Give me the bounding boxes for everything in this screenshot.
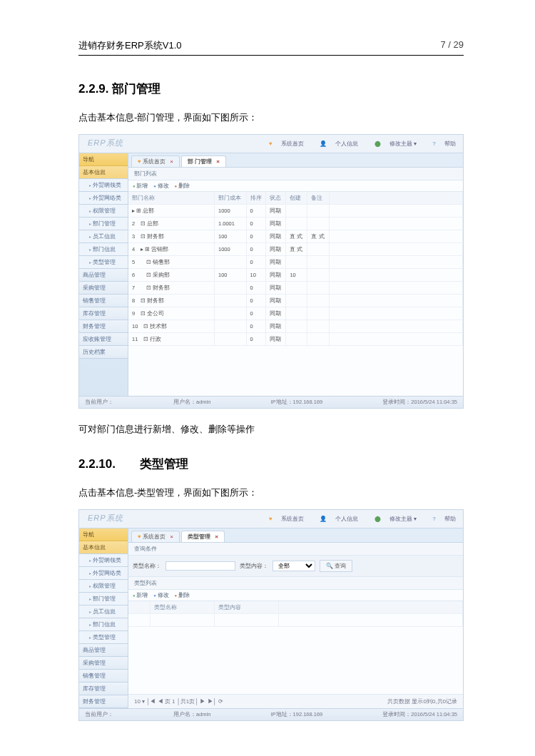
section-intro: 点击基本信息-部门管理，界面如下图所示： bbox=[78, 111, 464, 124]
table-row[interactable]: 11 ⊡ 行政0同期 bbox=[128, 333, 463, 346]
nav-item[interactable]: 部门信息 bbox=[79, 618, 128, 631]
page-header: 进销存财务ERP系统V1.0 7 / 29 bbox=[78, 39, 464, 56]
section-intro-2: 点击基本信息-类型管理，界面如下图所示： bbox=[78, 486, 464, 499]
close-icon[interactable]: × bbox=[170, 158, 173, 165]
nav-item[interactable]: 部门管理 bbox=[79, 218, 128, 230]
label-typecontent: 类型内容： bbox=[240, 562, 268, 570]
link-theme[interactable]: ⬤ 修改主题 ▾ bbox=[367, 516, 417, 522]
add-button[interactable]: 新增 bbox=[133, 591, 148, 599]
link-help[interactable]: ? 帮助 bbox=[425, 516, 456, 522]
table-row[interactable]: 7 ⊡ 财务部0同期 bbox=[128, 282, 463, 295]
edit-button[interactable]: 修改 bbox=[153, 591, 168, 599]
delete-button[interactable]: 删除 bbox=[175, 591, 190, 599]
nav-title: 导航 bbox=[79, 153, 128, 166]
table-row[interactable]: 9 ⊡ 全公司0同期 bbox=[128, 307, 463, 320]
sidebar: 导航 基本信息 外贸纲领类 外贸网络类 权限管理 部门管理 员工信息 部门信息 … bbox=[79, 153, 128, 396]
typecontent-select[interactable]: 全部 bbox=[272, 561, 315, 571]
nav-section[interactable]: 应收账管理 bbox=[79, 333, 128, 346]
nav-section[interactable]: 历史档案 bbox=[79, 346, 128, 359]
link-home[interactable]: ♥ 系统首页 bbox=[262, 516, 304, 522]
nav-item[interactable]: 权限管理 bbox=[79, 205, 128, 218]
screenshot-dept: ERP系统 ♥ 系统首页 👤 个人信息 ⬤ 修改主题 ▾ ? 帮助 导航 基本信… bbox=[78, 134, 464, 409]
nav-section[interactable]: 财务管理 bbox=[79, 320, 128, 333]
nav-item[interactable]: 外贸纲领类 bbox=[79, 554, 128, 567]
nav-item[interactable]: 外贸纲领类 bbox=[79, 179, 128, 192]
type-table: 类型名称 类型内容 bbox=[128, 601, 463, 627]
table-row[interactable]: 4 ▸ ⊞ 营销部10000同期直 式 bbox=[128, 243, 463, 256]
add-button[interactable]: 新增 bbox=[133, 182, 148, 190]
list-panel-title: 类型列表 bbox=[128, 577, 463, 590]
tabs: ♥ 系统首页 × 类型管理 × bbox=[128, 528, 463, 543]
link-home[interactable]: ♥ 系统首页 bbox=[262, 141, 304, 147]
nav-section[interactable]: 库存管理 bbox=[79, 307, 128, 320]
query-panel-title: 查询条件 bbox=[128, 543, 463, 556]
section-outro: 可对部门信息进行新增、修改、删除等操作 bbox=[78, 423, 464, 436]
status-bar: 当前用户： 用户名：admin IP地址：192.168.169 登录时间：20… bbox=[79, 396, 463, 408]
nav-section[interactable]: 采购管理 bbox=[79, 282, 128, 295]
search-button[interactable]: 🔍 查询 bbox=[320, 560, 352, 572]
link-help[interactable]: ? 帮助 bbox=[425, 141, 456, 147]
dept-table: 部门名称部门成本排序状态创建备注 ▸ ⊞ 总部10000同期2 ⊡ 总部1.00… bbox=[128, 192, 463, 346]
link-theme[interactable]: ⬤ 修改主题 ▾ bbox=[367, 141, 417, 147]
table-row[interactable]: 2 ⊡ 总部1.00010同期 bbox=[128, 218, 463, 230]
tab-home[interactable]: ♥ 系统首页 × bbox=[131, 531, 180, 542]
nav-basic[interactable]: 基本信息 bbox=[79, 166, 128, 179]
tab-home[interactable]: ♥ 系统首页 × bbox=[131, 155, 180, 167]
section-heading-type: 2.2.10. 类型管理 bbox=[78, 456, 464, 472]
close-icon[interactable]: × bbox=[216, 158, 220, 165]
nav-section[interactable]: 销售管理 bbox=[79, 670, 128, 683]
nav-item[interactable]: 外贸网络类 bbox=[79, 567, 128, 580]
tab-type[interactable]: 类型管理 × bbox=[181, 531, 225, 542]
nav-section[interactable]: 销售管理 bbox=[79, 295, 128, 307]
query-row: 类型名称： 类型内容： 全部 🔍 查询 bbox=[128, 556, 463, 577]
toolbar: 新增 修改 删除 bbox=[128, 590, 463, 601]
tabs: ♥ 系统首页 × 部 门管理 × bbox=[128, 153, 463, 168]
nav-item[interactable]: 部门管理 bbox=[79, 593, 128, 606]
close-icon[interactable]: × bbox=[215, 533, 218, 540]
table-row[interactable]: 5 ⊡ 销售部0同期 bbox=[128, 256, 463, 269]
panel-title: 部门列表 bbox=[128, 168, 463, 180]
section-heading-dept: 2.2.9. 部门管理 bbox=[78, 81, 464, 97]
nav-section[interactable]: 商品管理 bbox=[79, 644, 128, 657]
tab-dept[interactable]: 部 门管理 × bbox=[181, 155, 226, 167]
nav-basic[interactable]: 基本信息 bbox=[79, 541, 128, 554]
nav-section[interactable]: 财务管理 bbox=[79, 695, 128, 708]
sidebar: 导航 基本信息 外贸纲领类 外贸网络类 权限管理 部门管理 员工信息 部门信息 … bbox=[79, 528, 128, 708]
doc-title: 进销存财务ERP系统V1.0 bbox=[78, 39, 181, 52]
nav-item[interactable]: 类型管理 bbox=[79, 631, 128, 644]
table-row[interactable]: ▸ ⊞ 总部10000同期 bbox=[128, 205, 463, 218]
nav-item[interactable]: 类型管理 bbox=[79, 256, 128, 269]
status-bar: 当前用户： 用户名：admin IP地址：192.168.169 登录时间：20… bbox=[79, 708, 463, 720]
app-logo: ERP系统 bbox=[79, 135, 129, 153]
table-row[interactable]: 3 ⊡ 财务部1000同期直 式直 式 bbox=[128, 230, 463, 243]
close-icon[interactable]: × bbox=[170, 533, 173, 540]
table-row[interactable]: 8 ⊡ 财务部0同期 bbox=[128, 295, 463, 307]
link-profile[interactable]: 👤 个人信息 bbox=[312, 141, 358, 147]
pager[interactable]: 10 ▾ │◀ ◀ 页 1 │共1页│ ▶ ▶│ ⟳ 共页数据 显示0到0,共0… bbox=[128, 694, 463, 708]
link-profile[interactable]: 👤 个人信息 bbox=[312, 516, 358, 522]
app-topbar: ♥ 系统首页 👤 个人信息 ⬤ 修改主题 ▾ ? 帮助 bbox=[255, 513, 463, 526]
nav-item[interactable]: 外贸网络类 bbox=[79, 192, 128, 205]
app-logo: ERP系统 bbox=[79, 510, 129, 528]
nav-section[interactable]: 库存管理 bbox=[79, 683, 128, 695]
nav-item[interactable]: 员工信息 bbox=[79, 606, 128, 618]
nav-item[interactable]: 部门信息 bbox=[79, 243, 128, 256]
nav-section[interactable]: 采购管理 bbox=[79, 657, 128, 670]
delete-button[interactable]: 删除 bbox=[175, 182, 190, 190]
table-row[interactable]: 6 ⊡ 采购部10010同期10 bbox=[128, 269, 463, 282]
typename-input[interactable] bbox=[165, 561, 235, 571]
screenshot-type: ERP系统 ♥ 系统首页 👤 个人信息 ⬤ 修改主题 ▾ ? 帮助 导航 基本信… bbox=[78, 509, 464, 721]
page-number: 7 / 29 bbox=[440, 39, 464, 52]
nav-item[interactable]: 权限管理 bbox=[79, 580, 128, 593]
table-row[interactable]: 10 ⊡ 技术部0同期 bbox=[128, 320, 463, 333]
label-typename: 类型名称： bbox=[133, 562, 161, 570]
app-topbar: ♥ 系统首页 👤 个人信息 ⬤ 修改主题 ▾ ? 帮助 bbox=[255, 138, 463, 150]
toolbar: 新增 修改 删除 bbox=[128, 180, 463, 192]
nav-item[interactable]: 员工信息 bbox=[79, 230, 128, 243]
nav-section[interactable]: 商品管理 bbox=[79, 269, 128, 282]
nav-title: 导航 bbox=[79, 528, 128, 541]
edit-button[interactable]: 修改 bbox=[153, 182, 168, 190]
